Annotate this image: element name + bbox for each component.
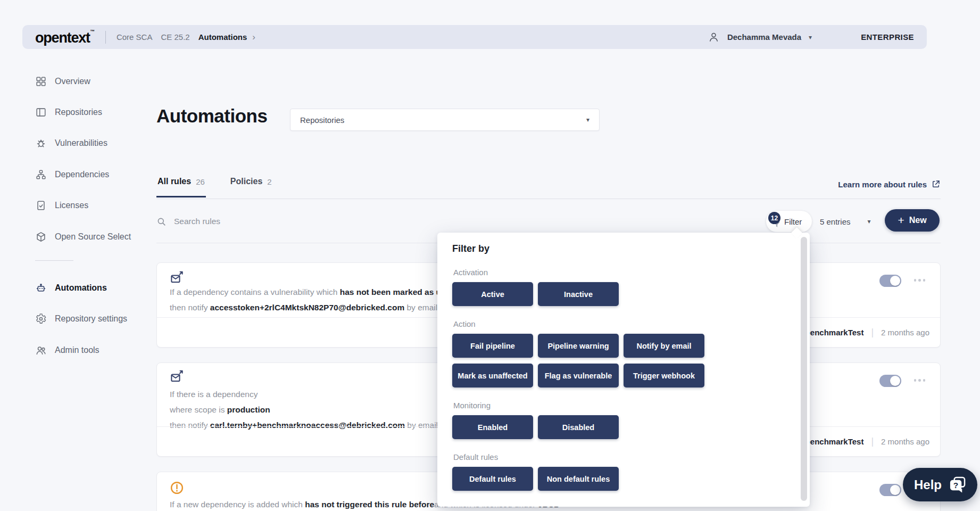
dot (914, 279, 917, 282)
repositories-select-value: Repositories (300, 116, 586, 125)
tab-count: 2 (267, 177, 271, 186)
warning-rule-icon (170, 481, 184, 495)
sidebar-item-licenses[interactable]: Licenses (35, 199, 88, 212)
entries-caret-down-icon: ▾ (868, 218, 871, 225)
sidebar-item-label: Vulnerabilities (55, 138, 107, 148)
sidebar-item-label: Dependencies (55, 170, 109, 179)
toggle-knob (890, 276, 900, 286)
filter-option-enabled[interactable]: Enabled (452, 415, 533, 439)
sidebar-item-dependencies[interactable]: Dependencies (35, 168, 109, 182)
filter-option-mark-as-unaffected[interactable]: Mark as unaffected (452, 364, 533, 388)
filter-option-flag-as-vulnerable[interactable]: Flag as vulnerable (538, 364, 619, 388)
repositories-icon (35, 106, 47, 118)
rule-text-bold: production (227, 405, 270, 414)
filter-button[interactable]: 12 Filter (766, 211, 812, 232)
new-rule-button[interactable]: + New (885, 209, 940, 232)
toggle-knob (890, 376, 900, 386)
sidebar-divider (35, 260, 73, 261)
user-menu[interactable]: Dechamma Mevada (727, 32, 801, 42)
rule-text-plain: If a dependency contains a vulnerability… (170, 287, 340, 296)
rule-timestamp: 2 months ago (881, 437, 929, 446)
tab-label: Policies (230, 177, 262, 186)
sidebar-item-overview[interactable]: Overview (35, 75, 90, 88)
filter-panel-scrollbar[interactable] (801, 237, 807, 501)
rule-menu-dots-icon[interactable] (914, 379, 926, 382)
app-root: opentext™ Core SCA CE 25.2 Automations ›… (0, 0, 980, 511)
filter-option-default-rules[interactable]: Default rules (452, 467, 533, 491)
page-title: Automations (156, 105, 267, 127)
filter-option-disabled[interactable]: Disabled (538, 415, 619, 439)
filter-section-label: Action (453, 319, 810, 328)
breadcrumb-product: Core SCA (117, 32, 153, 42)
filter-option-non-default-rules[interactable]: Non default rules (538, 467, 619, 491)
filter-panel-sections: ActivationActiveInactiveActionFail pipel… (452, 268, 810, 491)
rule-text-plain: where scope is (170, 405, 227, 414)
sidebar-item-label: Open Source Select (55, 232, 131, 242)
package-icon (35, 231, 47, 243)
plan-badge: ENTERPRISE (861, 32, 914, 42)
sidebar-item-admin-tools[interactable]: Admin tools (35, 343, 99, 357)
email-rule-icon (170, 270, 184, 285)
learn-more-label: Learn more about rules (838, 180, 927, 189)
search-input[interactable] (173, 216, 356, 227)
rule-text-plain: If there is a dependency (170, 390, 258, 399)
sidebar-item-label: Automations (55, 283, 107, 293)
breadcrumb-page[interactable]: Automations (198, 32, 247, 42)
sidebar-item-vulnerabilities[interactable]: Vulnerabilities (35, 136, 107, 150)
rules-tabs: All rules26Policies2 (156, 176, 941, 199)
dependencies-icon (35, 169, 47, 180)
footer-separator: | (871, 327, 874, 338)
help-button-label: Help (914, 477, 942, 492)
select-caret-down-icon: ▾ (586, 116, 589, 123)
footer-separator: | (871, 436, 874, 447)
rule-toggle[interactable] (879, 484, 901, 496)
rule-toggle[interactable] (879, 275, 901, 287)
entries-select[interactable]: 5 entries ▾ (820, 210, 871, 233)
sidebar-item-repositories[interactable]: Repositories (35, 105, 102, 119)
learn-more-link[interactable]: Learn more about rules (838, 179, 941, 189)
gear-icon (35, 313, 47, 325)
sidebar-item-label: Admin tools (55, 345, 99, 355)
filter-panel-title: Filter by (452, 243, 810, 254)
rule-toggle[interactable] (879, 375, 901, 387)
dot (923, 279, 926, 282)
sidebar-item-open-source-select[interactable]: Open Source Select (35, 230, 131, 244)
filter-option-inactive[interactable]: Inactive (538, 282, 619, 306)
tab-all-rules[interactable]: All rules26 (156, 176, 206, 197)
rule-menu-dots-icon[interactable] (914, 279, 926, 282)
filter-option-fail-pipeline[interactable]: Fail pipeline (452, 334, 533, 358)
filter-option-pipeline-warning[interactable]: Pipeline warning (538, 334, 619, 358)
rule-text-plain: by email (404, 303, 437, 312)
bug-icon (35, 137, 47, 149)
entries-label: 5 entries (820, 217, 851, 226)
sidebar-item-label: Overview (55, 77, 90, 86)
filter-option-active[interactable]: Active (452, 282, 533, 306)
sidebar-item-automations[interactable]: Automations (35, 281, 107, 295)
filter-count-badge: 12 (768, 212, 780, 224)
trademark-symbol: ™ (90, 29, 95, 34)
help-button[interactable]: Help ? (903, 468, 977, 501)
licenses-icon (35, 200, 47, 211)
filter-option-notify-by-email[interactable]: Notify by email (624, 334, 704, 358)
rule-text-plain: then notify (170, 303, 210, 312)
repositories-select[interactable]: Repositories ▾ (290, 109, 600, 131)
filter-option-trigger-webhook[interactable]: Trigger webhook (624, 364, 704, 388)
header-right-group: Dechamma Mevada ▾ ENTERPRISE (708, 31, 914, 43)
robot-icon (35, 282, 47, 294)
filter-options-row: EnabledDisabled (452, 415, 713, 439)
filter-section-label: Activation (453, 268, 810, 277)
breadcrumb-version: CE 25.2 (161, 32, 189, 42)
filter-button-label: Filter (784, 211, 802, 232)
dot (923, 379, 926, 382)
sidebar-item-repository-settings[interactable]: Repository settings (35, 312, 127, 326)
sidebar-item-label: Repositories (55, 108, 102, 117)
breadcrumb-chevron-icon[interactable]: › (252, 32, 255, 43)
filter-options-row: Default rulesNon default rules (452, 467, 713, 491)
user-caret-down-icon[interactable]: ▾ (809, 34, 812, 41)
search-rules (156, 210, 356, 233)
filter-options-row: Fail pipelinePipeline warningNotify by e… (452, 334, 713, 388)
tab-policies[interactable]: Policies2 (229, 176, 273, 197)
filter-section-label: Monitoring (453, 401, 810, 410)
users-icon (35, 344, 47, 356)
tab-label: All rules (157, 177, 191, 186)
